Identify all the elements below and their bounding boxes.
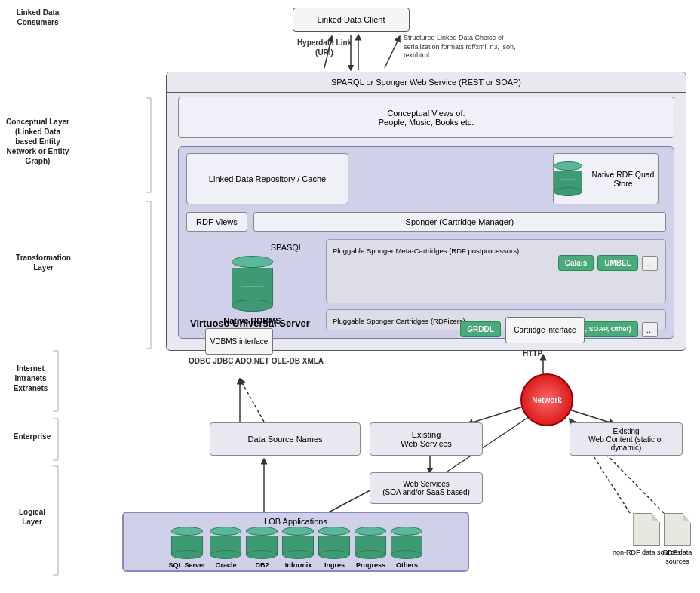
rdf-quad-box: Native RDF Quad Store	[553, 153, 659, 204]
grddl-box: GRDDL	[460, 321, 501, 337]
odbc-label: ODBC JDBC ADO.NET OLE-DB XMLA	[189, 356, 324, 367]
lob-label: LOB Applications	[124, 517, 468, 526]
spasql-label: SPASQL	[271, 243, 303, 252]
linked-data-consumers-label: Linked Data Consumers	[8, 8, 68, 27]
web-services-soa-box: Web Services (SOA and/or SaaS based)	[370, 472, 483, 504]
others-cylinder: Others	[391, 527, 422, 569]
transformation-layer-label: Transformation Layer	[15, 253, 72, 272]
network-circle: Network	[520, 373, 573, 426]
plug-cartridges-label: Pluggable Sponger Cartridges (RDFizers)	[333, 316, 465, 326]
rdbms-cylinder	[232, 256, 273, 312]
sparql-box: SPARQL or Sponger Web Service (REST or S…	[166, 72, 686, 351]
sql-server-cylinder: SQL Server	[169, 527, 206, 569]
linked-data-client-box: Linked Data Client	[293, 8, 410, 32]
plug-cartridges-box: Pluggable Sponger Cartridges (RDFizers) …	[326, 309, 666, 330]
informix-cylinder: Informix	[282, 527, 314, 569]
vdbms-interface-box: VDBMS interface	[205, 328, 273, 355]
oracle-label: Oracle	[215, 561, 236, 569]
existing-web-content-box: Existing Web Content (static or dynamic)	[570, 422, 683, 456]
meta-dots: ...	[642, 256, 658, 271]
sponger-right: Pluggable Sponger Meta-Cartridges (RDF p…	[326, 239, 666, 330]
progress-label: Progress	[356, 561, 385, 569]
db2-label: DB2	[255, 561, 269, 569]
ldr-box: Linked Data Repository / Cache	[186, 153, 348, 204]
rdbms-area: SPASQL Native RDBMS	[186, 239, 318, 304]
rdf-views-box: RDF Views	[186, 212, 247, 232]
db2-cylinder: DB2	[246, 527, 278, 569]
client-label: Linked Data Client	[318, 15, 385, 24]
rdf-icon: RDF data sources	[655, 513, 700, 566]
rdf-sponger-row: RDF Views Sponger (Cartridge Manager)	[186, 212, 666, 232]
ldr-label: Linked Data Repository / Cache	[209, 174, 326, 183]
cart-dots: ...	[642, 322, 658, 337]
rdf-quad-label: Native RDF Quad Store	[588, 170, 658, 188]
meta-cartridges-box: Pluggable Sponger Meta-Cartridges (RDF p…	[326, 239, 666, 303]
data-source-names-box: Data Source Names	[210, 422, 361, 456]
existing-web-services-box: Existing Web Services	[370, 422, 483, 456]
oracle-cylinder: Oracle	[210, 527, 241, 569]
rdf-cylinder	[554, 161, 582, 196]
sql-server-label: SQL Server	[169, 561, 206, 569]
sponger-box: Sponger (Cartridge Manager)	[253, 212, 666, 232]
logical-layer-label: Logical Layer	[11, 507, 53, 527]
enterprise-label: Enterprise	[11, 432, 53, 441]
http-label: HTTP	[523, 349, 542, 358]
cartridge-interface-box: Cartridge interface	[505, 317, 585, 343]
ingres-cylinder: Ingres	[318, 527, 350, 569]
informix-label: Informix	[285, 561, 312, 569]
calais-box: Calais	[558, 255, 594, 271]
sparql-label: SPARQL or Sponger Web Service (REST or S…	[331, 78, 521, 87]
hyperdata-link-annotation: Hyperdata Link (URI)	[290, 38, 358, 57]
structured-data-annotation: Structured Linked Data Choice of seriali…	[404, 34, 520, 60]
progress-cylinder: Progress	[355, 527, 386, 569]
conceptual-layer-label: Conceptual Layer (Linked Data based Enti…	[4, 117, 72, 166]
virtuoso-box: Linked Data Repository / Cache Native RD…	[178, 146, 674, 339]
rdf-label: RDF data sources	[655, 548, 700, 566]
ingres-label: Ingres	[324, 561, 345, 569]
others-label: Others	[396, 561, 418, 569]
network-label: Network	[532, 396, 561, 404]
umbel-box: UMBEL	[597, 255, 638, 271]
calais-umbel-row: Calais UMBEL ...	[558, 255, 658, 271]
svg-line-3	[385, 36, 400, 68]
conceptual-views-label: Conceptual Views of: People, Music, Book…	[379, 109, 474, 127]
svg-line-12	[468, 405, 528, 424]
diagram-container: Linked Data Consumers Conceptual Layer (…	[0, 0, 700, 593]
internet-intranets-label: Internet Intranets Extranets	[6, 364, 55, 393]
conceptual-views-box: Conceptual Views of: People, Music, Book…	[178, 97, 674, 138]
sparql-header: SPARQL or Sponger Web Service (REST or S…	[167, 72, 686, 93]
meta-cartridges-label: Pluggable Sponger Meta-Cartridges (RDF p…	[333, 246, 519, 256]
lob-applications-box: LOB Applications SQL Server Oracle	[122, 512, 469, 572]
svg-line-11	[240, 379, 264, 422]
